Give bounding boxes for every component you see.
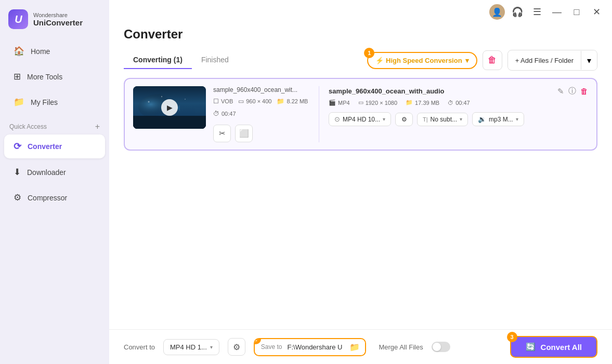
output-size-icon: 📁	[406, 99, 413, 106]
output-meta: 🎬 MP4 ▭ 1920 × 1080 📁 17.39 MB ⏱ 00:47	[329, 99, 588, 106]
sidebar-downloader-label: Downloader	[27, 168, 66, 177]
brand-label: Wondershare	[33, 12, 83, 18]
add-files-chevron-button[interactable]: ▾	[581, 50, 597, 70]
sidebar-item-more-tools[interactable]: ⊞ More Tools	[4, 65, 105, 88]
save-to-group: 2 Save to F:\Wondershare U 📁	[254, 338, 367, 356]
more-tools-icon: ⊞	[14, 71, 21, 82]
sidebar: U Wondershare UniConverter 🏠 Home ⊞ More…	[0, 0, 109, 364]
tabs-toolbar: Converting (1) Finished 1 ⚡ High Speed C…	[124, 50, 597, 71]
downloader-icon: ⬇	[14, 167, 21, 178]
app-name-label: UniConverter	[33, 18, 83, 27]
crop-tool-button[interactable]: ⬜	[235, 125, 253, 142]
title-bar: 👤 🎧 ☰ — □ ✕	[109, 0, 612, 22]
svg-point-2	[148, 101, 150, 103]
quick-access-label: Quick Access	[9, 123, 47, 130]
sidebar-item-home[interactable]: 🏠 Home	[4, 39, 105, 63]
edit-filename-icon[interactable]: ✎	[557, 87, 564, 96]
subtitle-select[interactable]: T| No subt... ▾	[417, 113, 468, 126]
maximize-icon[interactable]: □	[569, 5, 584, 19]
output-duration-icon: ⏱	[448, 100, 453, 106]
output-duration: ⏱ 00:47	[448, 99, 470, 106]
settings-icon: ⚙	[233, 342, 240, 352]
duration-icon: ⏱	[213, 110, 219, 117]
audio-caret-icon: ▾	[516, 116, 518, 122]
high-speed-caret-icon: ▾	[465, 57, 469, 64]
toggle-knob	[433, 343, 441, 351]
add-files-button[interactable]: + Add Files / Folder	[508, 53, 581, 68]
subtitle-caret-icon: ▾	[460, 116, 462, 122]
tab-converting[interactable]: Converting (1)	[124, 51, 192, 69]
high-speed-label: ⚡ High Speed Conversion	[375, 57, 462, 64]
home-icon: 🏠	[14, 46, 24, 57]
source-size: 📁 8.22 MB	[277, 98, 308, 105]
delete-button[interactable]: 🗑	[483, 50, 502, 70]
delete-icon: 🗑	[488, 55, 497, 65]
main-content: 👤 🎧 ☰ — □ ✕ Converter Converting (1) Fin…	[109, 0, 612, 364]
sidebar-item-downloader[interactable]: ⬇ Downloader	[4, 160, 105, 184]
quality-label: MP4 HD 10...	[343, 116, 380, 123]
chevron-down-icon: ▾	[587, 56, 591, 65]
encoder-select[interactable]: ⚙	[395, 113, 413, 126]
sidebar-item-converter[interactable]: ⟳ Converter	[4, 134, 105, 158]
encoder-icon: ⚙	[401, 116, 407, 123]
cut-tool-button[interactable]: ✂	[213, 125, 231, 142]
output-dimensions-icon: ▭	[358, 99, 363, 106]
close-icon[interactable]: ✕	[589, 5, 604, 19]
convert-all-button[interactable]: 3 🔄 Convert All	[510, 336, 597, 358]
sidebar-home-label: Home	[31, 47, 50, 56]
quick-access-header: Quick Access +	[0, 117, 109, 133]
audio-select[interactable]: 🔉 mp3 M... ▾	[472, 112, 524, 126]
output-dimensions: ▭ 1920 × 1080	[358, 99, 397, 106]
save-path-value[interactable]: F:\Wondershare U	[282, 339, 347, 355]
output-filename: sample_960x400_ocean_with_audio	[329, 87, 445, 95]
video-thumbnail: ▶	[133, 86, 206, 129]
output-action-icons: ✎ ⓘ 🗑	[557, 86, 588, 96]
add-files-label: + Add Files / Folder	[515, 57, 574, 64]
merge-files-label: Merge All Files	[379, 343, 423, 351]
convert-all-label: Convert All	[541, 343, 582, 352]
tab-finished[interactable]: Finished	[192, 51, 238, 69]
output-file-info: sample_960x400_ocean_with_audio ✎ ⓘ 🗑 🎬 …	[329, 86, 588, 126]
svg-point-3	[185, 99, 186, 100]
delete-output-icon[interactable]: 🗑	[580, 87, 588, 96]
dimensions-icon: ▭	[238, 98, 244, 105]
output-settings-button[interactable]: ⚙	[228, 338, 245, 356]
page-title: Converter	[124, 27, 597, 42]
tabs-container: Converting (1) Finished	[124, 51, 238, 69]
source-duration: ⏱ 00:47	[213, 110, 236, 117]
subtitle-label: No subt...	[431, 116, 457, 123]
file-tools: ✂ ⬜	[213, 125, 309, 142]
format-settings-row: ⊙ MP4 HD 10... ▾ ⚙ T| No subt... ▾ 🔉	[329, 112, 588, 126]
step1-badge: 1	[364, 48, 374, 58]
quick-access-add-button[interactable]: +	[95, 122, 100, 131]
sidebar-item-my-files[interactable]: 📁 My Files	[4, 90, 105, 114]
info-icon[interactable]: ⓘ	[568, 86, 576, 96]
source-format: ☐ VOB	[213, 98, 233, 105]
high-speed-conversion-button[interactable]: 1 ⚡ High Speed Conversion ▾	[367, 52, 477, 69]
output-header: sample_960x400_ocean_with_audio ✎ ⓘ 🗑	[329, 86, 588, 96]
quality-select[interactable]: ⊙ MP4 HD 10... ▾	[329, 112, 391, 126]
output-size: 📁 17.39 MB	[406, 99, 439, 106]
converter-icon: ⟳	[14, 141, 21, 152]
audio-label: mp3 M...	[489, 116, 513, 123]
quality-caret-icon: ▾	[383, 116, 385, 122]
sidebar-converter-label: Converter	[28, 142, 62, 151]
minimize-icon[interactable]: —	[550, 5, 564, 19]
output-format-dropdown[interactable]: MP4 HD 1... ▾	[163, 339, 219, 355]
bottom-bar: Convert to MP4 HD 1... ▾ ⚙ 2 Save to F:\…	[109, 329, 612, 364]
menu-icon[interactable]: ☰	[530, 5, 544, 19]
format-dropdown-caret-icon: ▾	[210, 344, 213, 350]
thumbnail-play-button[interactable]: ▶	[161, 99, 178, 116]
app-logo-icon: U	[8, 9, 28, 29]
save-folder-icon[interactable]: 📁	[347, 342, 365, 352]
source-file-info: sample_960x400_ocean_wit... ☐ VOB ▭ 960 …	[213, 86, 309, 142]
headphones-icon[interactable]: 🎧	[510, 5, 525, 19]
merge-files-toggle[interactable]	[432, 342, 450, 352]
source-dimensions: ▭ 960 × 400	[238, 98, 271, 105]
sidebar-compressor-label: Compressor	[28, 194, 67, 202]
convert-icon: 🔄	[526, 342, 536, 352]
logo-area: U Wondershare UniConverter	[0, 0, 109, 38]
sidebar-item-compressor[interactable]: ⚙ Compressor	[4, 186, 105, 209]
profile-icon[interactable]: 👤	[489, 4, 505, 20]
source-meta: ☐ VOB ▭ 960 × 400 📁 8.22 MB ⏱ 00:47	[213, 98, 309, 117]
